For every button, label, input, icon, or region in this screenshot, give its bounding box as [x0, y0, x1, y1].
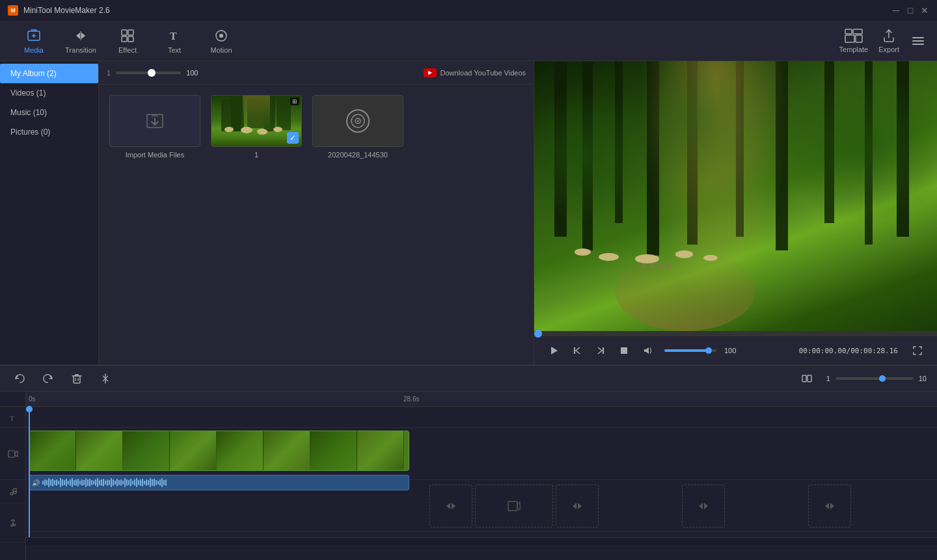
toolbar-media[interactable]: Media [10, 23, 57, 59]
audio-icon [346, 109, 370, 133]
time-end: 28.6s [403, 395, 419, 403]
split-button[interactable] [96, 369, 115, 388]
effect-label: Effect [118, 46, 137, 54]
transition-slot-2[interactable] [556, 485, 599, 527]
youtube-icon: ▶ [424, 68, 437, 77]
sidebar-item-pictures[interactable]: Pictures (0) [0, 122, 98, 142]
progress-dot[interactable] [534, 330, 542, 338]
toolbar-template[interactable]: Template [839, 29, 869, 53]
titlebar: M MiniTool MovieMaker 2.6 ─ □ ✕ [0, 0, 937, 21]
undo-button[interactable] [10, 369, 29, 388]
play-button[interactable] [545, 341, 563, 360]
import-thumb[interactable] [109, 95, 200, 147]
import-media-item[interactable]: Import Media Files [109, 95, 200, 159]
next-frame-button[interactable] [591, 341, 610, 360]
toolbar-export[interactable]: Export [878, 29, 899, 53]
zoom-min-label: 1 [826, 375, 830, 382]
video-label: 1 [254, 151, 258, 159]
transition-label: Transition [65, 46, 96, 54]
time-display: 00:00:00.00/00:00:28.16 [799, 347, 898, 355]
transition-slot-1[interactable] [429, 485, 472, 527]
timeline-area: 1 10 T [0, 365, 937, 560]
clip-frames [29, 431, 409, 470]
sidebar-item-videos[interactable]: Videos (1) [0, 83, 98, 103]
svg-rect-14 [856, 35, 862, 42]
svg-rect-19 [574, 347, 575, 354]
svg-text:T: T [10, 414, 14, 422]
volume-value: 100 [724, 347, 736, 354]
music-track-icon [0, 503, 25, 542]
time-start: 0s [29, 395, 36, 403]
fit-timeline-button[interactable] [798, 369, 816, 388]
toolbar: Media Transition Effect T [0, 21, 937, 61]
media-audio-item[interactable]: 20200428_144530 [312, 95, 403, 159]
transition-slot-3[interactable] [682, 485, 725, 527]
export-label: Export [878, 46, 899, 53]
audio-thumb[interactable] [312, 95, 403, 147]
preview-progress[interactable] [534, 331, 937, 336]
video-thumb[interactable]: ⊞ ✓ [211, 95, 302, 147]
close-button[interactable]: ✕ [920, 6, 929, 15]
text-label: Text [168, 46, 181, 54]
toolbar-transition[interactable]: Transition [57, 23, 104, 59]
sidebar-item-music[interactable]: Music (10) [0, 103, 98, 122]
hamburger-menu[interactable] [910, 34, 927, 47]
svg-rect-12 [853, 29, 862, 34]
volume-slider[interactable] [664, 349, 716, 352]
timeline-tracks-right[interactable]: 0s 28.6s [26, 392, 937, 560]
sidebar-item-myalbum[interactable]: My Album (2) [0, 64, 98, 83]
svg-rect-11 [845, 29, 852, 34]
download-youtube-button[interactable]: ▶ Download YouTube Videos [424, 68, 526, 77]
media-checkmark: ✓ [287, 132, 299, 144]
delete-button[interactable] [68, 369, 86, 388]
toolbar-text[interactable]: T Text [151, 23, 198, 59]
motion-icon [213, 28, 229, 44]
audio-track-icon [0, 480, 25, 503]
main-content: My Album (2) Videos (1) Music (10) Pictu… [0, 61, 937, 365]
video-track-row: 🔊 [26, 428, 937, 480]
minimize-button[interactable]: ─ [891, 6, 901, 15]
prev-frame-button[interactable] [568, 341, 586, 360]
maximize-button[interactable]: □ [906, 6, 915, 15]
stop-button[interactable] [615, 341, 633, 360]
effect-icon [120, 28, 135, 44]
toolbar-effect[interactable]: Effect [104, 23, 151, 59]
media-panel: 1 100 ▶ Download YouTube Videos [99, 61, 534, 365]
media-label: Media [24, 46, 44, 54]
transition-icon [73, 28, 88, 44]
app-icon: M [8, 5, 18, 16]
fullscreen-button[interactable] [908, 341, 927, 360]
svg-rect-13 [845, 35, 854, 42]
import-label: Import Media Files [126, 151, 184, 159]
audio-label: 20200428_144530 [328, 151, 388, 159]
empty-media-slot[interactable] [475, 485, 553, 527]
svg-rect-34 [508, 501, 517, 511]
toolbar-motion[interactable]: Motion [198, 23, 245, 59]
zoom-min: 1 [107, 69, 111, 77]
toolbar-right: Template Export [839, 29, 927, 53]
video-clip[interactable] [29, 431, 409, 471]
redo-button[interactable] [39, 369, 57, 388]
zoom-value: 100 [186, 69, 198, 77]
preview-video [534, 61, 937, 331]
media-content: Import Media Files [99, 85, 534, 365]
video-track-icon [0, 428, 25, 480]
media-icon [26, 28, 42, 44]
timeline-zoom-slider[interactable] [835, 377, 914, 380]
spacer-slot [601, 485, 679, 527]
zoom-max-label: 10 [919, 375, 927, 382]
zoom-slider[interactable] [116, 72, 181, 74]
svg-rect-22 [74, 376, 80, 383]
svg-rect-20 [603, 347, 604, 354]
media-video-item[interactable]: ⊞ ✓ 1 [211, 95, 302, 159]
playhead[interactable] [29, 407, 30, 537]
svg-rect-26 [802, 375, 806, 382]
svg-rect-21 [621, 347, 627, 354]
svg-rect-27 [808, 375, 811, 382]
volume-button[interactable] [638, 341, 657, 360]
svg-point-30 [10, 492, 13, 495]
svg-point-10 [219, 34, 223, 38]
text-track-row [26, 407, 937, 428]
transition-slot-4[interactable] [808, 485, 851, 527]
timeline-zoom: 1 10 [826, 375, 927, 382]
